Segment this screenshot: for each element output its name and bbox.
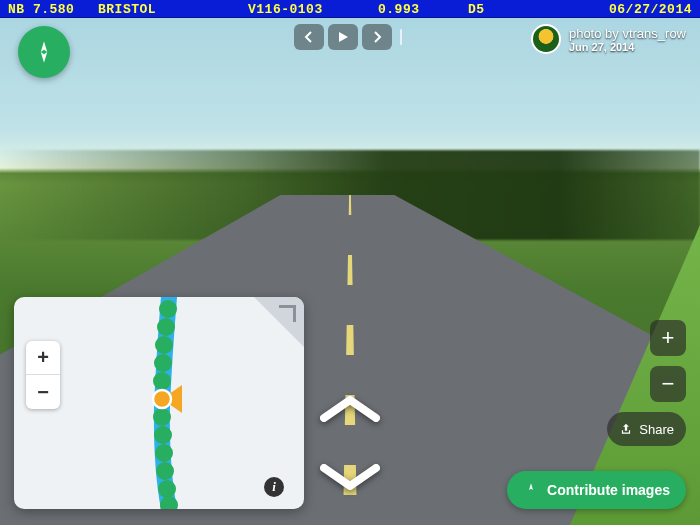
svg-point-9 (158, 480, 176, 498)
svg-point-1 (157, 318, 175, 336)
contribute-icon (523, 482, 539, 498)
play-icon (337, 31, 349, 43)
street-viewer: NB 7.580 BRISTOL V116-0103 0.993 D5 06/2… (0, 0, 700, 525)
minimap-zoom-in[interactable]: + (26, 341, 60, 375)
compass-button[interactable] (18, 26, 70, 78)
chevron-right-icon (371, 31, 383, 43)
contribute-label: Contribute images (547, 482, 670, 498)
chevron-left-icon (303, 31, 315, 43)
share-icon (619, 422, 633, 436)
avatar[interactable] (531, 24, 561, 54)
hud-value: 0.993 (378, 2, 468, 17)
by-prefix: photo by (569, 26, 623, 41)
svg-point-8 (156, 462, 174, 480)
svg-point-0 (159, 300, 177, 318)
svg-point-4 (153, 372, 171, 390)
contribute-button[interactable]: Contribute images (507, 471, 686, 509)
zoom-in-button[interactable]: + (650, 320, 686, 356)
attribution-text: photo by vtrans_row Jun 27, 2014 (569, 26, 686, 53)
compass-icon (31, 39, 57, 65)
hud-district: D5 (468, 2, 538, 17)
play-button[interactable] (328, 24, 358, 50)
svg-point-11 (153, 390, 171, 408)
hud-location: BRISTOL (98, 2, 248, 17)
playback-controls (294, 24, 406, 50)
zoom-out-button[interactable]: − (650, 366, 686, 402)
attribution-byline[interactable]: photo by vtrans_row (569, 26, 686, 41)
svg-point-3 (154, 354, 172, 372)
author-name: vtrans_row (622, 26, 686, 41)
attribution-date: Jun 27, 2014 (569, 41, 686, 53)
minimap-info-button[interactable]: i (264, 477, 284, 497)
next-button[interactable] (362, 24, 392, 50)
hud-nb: NB 7.580 (8, 2, 98, 17)
svg-point-5 (153, 408, 171, 426)
prev-button[interactable] (294, 24, 324, 50)
share-button[interactable]: Share (607, 412, 686, 446)
svg-point-7 (155, 444, 173, 462)
attribution: photo by vtrans_row Jun 27, 2014 (531, 24, 686, 54)
hud-bar: NB 7.580 BRISTOL V116-0103 0.993 D5 06/2… (0, 0, 700, 18)
right-controls: + − (650, 320, 686, 402)
hud-date: 06/27/2014 (609, 2, 692, 17)
minimap-zoom-out[interactable]: − (26, 375, 60, 409)
svg-point-6 (154, 426, 172, 444)
nav-separator (400, 29, 402, 45)
share-label: Share (639, 422, 674, 437)
hud-code: V116-0103 (248, 2, 378, 17)
svg-point-2 (155, 336, 173, 354)
minimap-zoom: + − (26, 341, 60, 409)
minimap[interactable]: + − i (14, 297, 304, 509)
